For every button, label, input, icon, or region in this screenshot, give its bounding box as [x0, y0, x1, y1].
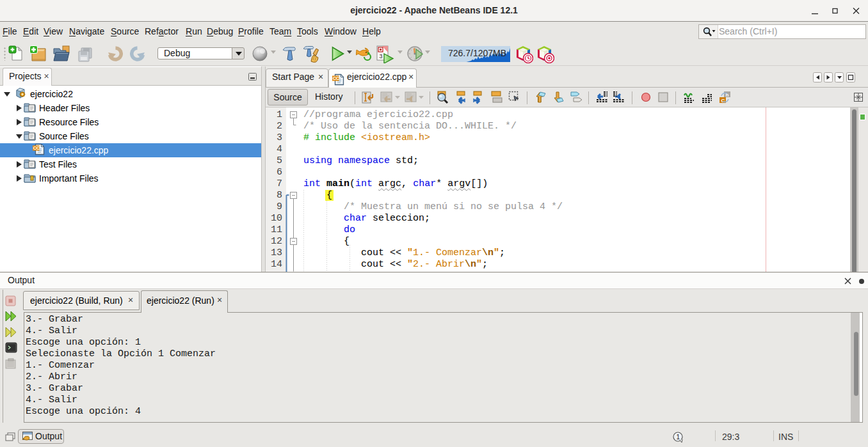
svg-text:3: 3 [380, 53, 383, 59]
svg-text:1: 1 [677, 434, 680, 441]
